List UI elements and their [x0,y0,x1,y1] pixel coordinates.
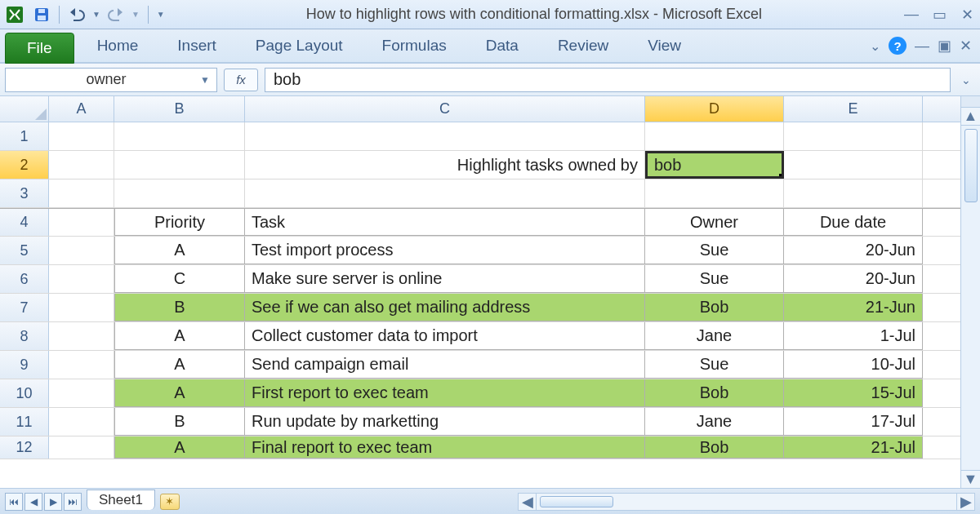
cell-owner-11[interactable]: Jane [645,408,784,436]
cell-a5[interactable] [49,237,114,264]
cell-b2[interactable] [114,151,245,179]
tab-formulas[interactable]: Formulas [363,29,466,62]
cell-a7[interactable] [49,294,114,321]
cell-priority-6[interactable]: C [114,265,245,293]
cell-due-6[interactable]: 20-Jun [784,265,923,293]
cell-e1[interactable] [784,122,923,150]
row-header-6[interactable]: 6 [0,265,49,293]
table-header-due[interactable]: Due date [784,209,923,236]
cell-a4[interactable] [49,209,114,236]
horizontal-scrollbar[interactable]: ◀ ▶ [518,493,975,511]
cell-priority-10[interactable]: A [114,379,245,407]
cell-c2[interactable]: Highlight tasks owned by [245,151,645,179]
cell-e2[interactable] [784,151,923,179]
row-header-10[interactable]: 10 [0,379,49,407]
cell-priority-12[interactable]: A [114,436,245,459]
row-header-7[interactable]: 7 [0,294,49,321]
sheet-nav-first-icon[interactable]: ⏮ [5,493,23,511]
cell-a8[interactable] [49,322,114,350]
scroll-thumb-horizontal[interactable] [540,496,613,507]
cell-owner-8[interactable]: Jane [645,322,784,350]
cell-b3[interactable] [114,179,245,207]
tab-review[interactable]: Review [538,29,628,62]
sheet-nav-last-icon[interactable]: ⏭ [64,493,82,511]
minimize-icon[interactable]: — [903,6,920,23]
insert-function-button[interactable]: fx [224,69,258,91]
row-header-5[interactable]: 5 [0,237,49,264]
cell-owner-9[interactable]: Sue [645,351,784,379]
file-tab[interactable]: File [5,33,74,64]
row-header-11[interactable]: 11 [0,408,49,436]
row-header-8[interactable]: 8 [0,322,49,350]
cell-d2-active[interactable]: bob [645,151,784,179]
column-header-c[interactable]: C [245,96,645,122]
tab-home[interactable]: Home [78,29,158,62]
row-header-12[interactable]: 12 [0,436,49,459]
cell-owner-7[interactable]: Bob [645,294,784,321]
table-header-priority[interactable]: Priority [114,209,245,236]
cell-owner-10[interactable]: Bob [645,379,784,407]
cell-a6[interactable] [49,265,114,293]
column-header-d[interactable]: D [645,96,784,122]
cell-due-11[interactable]: 17-Jul [784,408,923,436]
ribbon-minimize-icon[interactable]: ⌄ [870,38,880,54]
new-sheet-icon[interactable]: ✶ [160,494,180,510]
row-header-2[interactable]: 2 [0,151,49,179]
cell-due-7[interactable]: 21-Jun [784,294,923,321]
cell-task-6[interactable]: Make sure server is online [245,265,645,293]
redo-dropdown-icon[interactable]: ▼ [131,10,140,19]
name-box[interactable]: owner ▼ [5,68,217,92]
qat-customize-icon[interactable]: ▼ [157,10,165,19]
cell-task-9[interactable]: Send campaign email [245,351,645,379]
undo-icon[interactable] [68,6,86,24]
scroll-up-icon[interactable]: ▲ [961,108,980,126]
cell-priority-7[interactable]: B [114,294,245,321]
row-header-1[interactable]: 1 [0,122,49,150]
formula-expand-icon[interactable]: ⌄ [957,68,975,92]
split-box-icon[interactable] [961,96,980,108]
cell-a1[interactable] [49,122,114,150]
workbook-restore-icon[interactable]: ▣ [938,37,951,55]
cell-due-12[interactable]: 21-Jul [784,436,923,459]
maximize-icon[interactable]: ▭ [931,6,947,24]
cell-due-8[interactable]: 1-Jul [784,322,923,350]
cell-owner-12[interactable]: Bob [645,436,784,459]
scroll-down-icon[interactable]: ▼ [961,470,980,488]
cell-e3[interactable] [784,179,923,207]
sheet-nav-next-icon[interactable]: ▶ [44,493,62,511]
tab-insert[interactable]: Insert [158,29,236,62]
tab-view[interactable]: View [628,29,701,62]
cell-c1[interactable] [245,122,645,150]
cell-b1[interactable] [114,122,245,150]
sheet-tab-sheet1[interactable]: Sheet1 [87,490,155,510]
cell-due-5[interactable]: 20-Jun [784,237,923,264]
cell-a9[interactable] [49,351,114,379]
cell-d1[interactable] [645,122,784,150]
cell-a11[interactable] [49,408,114,436]
row-header-4[interactable]: 4 [0,209,49,236]
undo-dropdown-icon[interactable]: ▼ [92,10,100,19]
cell-owner-5[interactable]: Sue [645,237,784,264]
workbook-close-icon[interactable]: ✕ [960,37,972,55]
cell-due-9[interactable]: 10-Jul [784,351,923,379]
column-header-a[interactable]: A [49,96,114,122]
cell-due-10[interactable]: 15-Jul [784,379,923,407]
cell-priority-8[interactable]: A [114,322,245,350]
cell-a12[interactable] [49,436,114,459]
cell-priority-9[interactable]: A [114,351,245,379]
cell-c3[interactable] [245,179,645,207]
close-icon[interactable]: ✕ [959,6,975,24]
cell-task-12[interactable]: Final report to exec team [245,436,645,459]
help-icon[interactable]: ? [889,37,906,55]
name-box-dropdown-icon[interactable]: ▼ [200,74,210,86]
select-all-corner[interactable] [0,96,49,122]
vertical-scrollbar[interactable]: ▲ ▼ [960,96,980,488]
cell-a2[interactable] [49,151,114,179]
cell-priority-5[interactable]: A [114,237,245,264]
column-header-b[interactable]: B [114,96,245,122]
table-header-task[interactable]: Task [245,209,645,236]
tab-data[interactable]: Data [466,29,538,62]
cell-a3[interactable] [49,179,114,207]
workbook-minimize-icon[interactable]: — [915,38,929,55]
scroll-left-icon[interactable]: ◀ [519,494,537,510]
